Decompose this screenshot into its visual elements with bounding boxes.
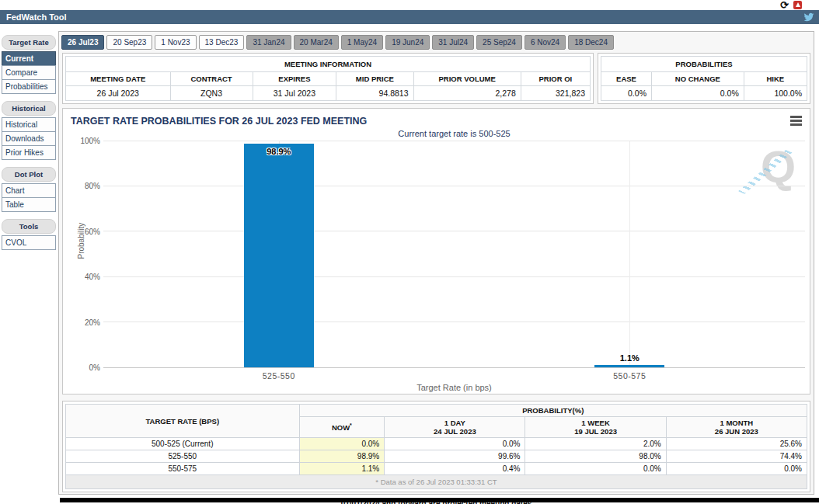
probabilities-value: 0.0% (601, 86, 652, 101)
x-category-label: 550-575 (455, 368, 806, 381)
tab-1-nov23[interactable]: 1 Nov23 (155, 35, 196, 50)
prob-rate-cell: 550-575 (66, 463, 300, 475)
vertical-gridline (629, 141, 630, 367)
category-band: 98.9% (103, 141, 455, 367)
tab-25-sep24[interactable]: 25 Sep24 (476, 35, 522, 50)
y-tick-label: 60% (85, 228, 100, 236)
meeting-information-table: MEETING INFORMATION MEETING DATECONTRACT… (65, 56, 591, 101)
meeting-info-col-meeting-date: MEETING DATE (66, 72, 171, 86)
prob-1week-cell: 2.0% (525, 438, 666, 450)
probabilities-table: PROBABILITIES EASENO CHANGEHIKE 0.0%0.0%… (601, 56, 807, 101)
probability-bar[interactable] (594, 365, 664, 367)
chart-menu-icon[interactable] (790, 116, 802, 127)
prob-1month-cell: 0.0% (666, 463, 807, 475)
tab-19-jun24[interactable]: 19 Jun24 (385, 35, 430, 50)
probabilities-col-ease: EASE (601, 72, 652, 86)
probability-row: 525-55098.9%99.6%98.0%74.4% (66, 450, 807, 463)
y-tick-label: 100% (80, 137, 100, 145)
sidebar-item-downloads[interactable]: Downloads (2, 131, 56, 146)
meeting-info-col-prior-oi: PRIOR OI (521, 72, 590, 86)
category-band: 1.1% (455, 141, 806, 367)
probabilities-value: 100.0% (744, 86, 807, 101)
tab-26-jul23[interactable]: 26 Jul23 (61, 35, 104, 50)
meeting-info-col-mid-price: MID PRICE (336, 72, 413, 86)
target-rate-bps-header: TARGET RATE (BPS) (66, 405, 300, 438)
prob-now-cell: 0.0% (299, 438, 385, 450)
tab-31-jan24[interactable]: 31 Jan24 (246, 35, 291, 50)
meeting-info-col-contract: CONTRACT (170, 72, 253, 86)
sidebar-section-dot-plot: Dot Plot (2, 167, 56, 182)
prob-1month-cell: 25.6% (666, 438, 807, 450)
meeting-info-value: 321,823 (521, 86, 590, 101)
browser-top-strip: ⟳ (0, 0, 819, 10)
probabilities-value: 0.0% (651, 86, 744, 101)
meeting-info-value: 2,278 (413, 86, 521, 101)
probabilities-col-hike: HIKE (744, 72, 807, 86)
sidebar-section-historical: Historical (2, 101, 56, 116)
x-axis-labels: 525-550550-575 (103, 368, 805, 381)
probabilities-value-row: 0.0%0.0%100.0% (601, 86, 807, 101)
sidebar-item-compare[interactable]: Compare (2, 65, 56, 80)
sidebar-item-prior-hikes[interactable]: Prior Hikes (2, 145, 56, 160)
tab-31-jul24[interactable]: 31 Jul24 (432, 35, 474, 50)
probability-bar[interactable] (244, 144, 314, 367)
prob-subheader-1-month: 1 MONTH26 JUN 2023 (666, 417, 807, 438)
prob-now-cell: 98.9% (299, 450, 385, 463)
chart-subtitle: Current target rate is 500-525 (99, 129, 810, 138)
sidebar-item-probabilities[interactable]: Probabilities (2, 79, 56, 94)
prob-1day-cell: 0.4% (385, 463, 525, 475)
prob-1week-cell: 98.0% (525, 450, 666, 463)
probability-row: 550-5751.1%0.4%0.0%0.0% (66, 463, 807, 475)
tab-1-may24[interactable]: 1 May24 (341, 35, 383, 50)
probability-history-panel: TARGET RATE (BPS) PROBABILITY(%) NOW*1 D… (62, 401, 810, 492)
y-tick-label: 0% (89, 363, 100, 372)
tab-18-dec24[interactable]: 18 Dec24 (568, 35, 614, 50)
meeting-information-title: MEETING INFORMATION (66, 57, 591, 72)
prob-subheader-1-week: 1 WEEK19 JUL 2023 (525, 417, 666, 438)
twitter-icon[interactable] (803, 12, 814, 23)
sidebar-item-cvol[interactable]: CVOL (2, 235, 56, 250)
prob-subheader-now: NOW* (299, 417, 385, 438)
y-axis: Probability 0%20%40%60%80%100% (68, 141, 103, 368)
meeting-information-panel: MEETING INFORMATION MEETING DATECONTRACT… (62, 53, 594, 104)
meeting-info-col-prior-volume: PRIOR VOLUME (413, 72, 521, 86)
y-tick-label: 20% (85, 318, 100, 327)
pdf-export-icon[interactable] (793, 1, 802, 9)
app-title: FedWatch Tool (6, 12, 67, 22)
chart-title: TARGET RATE PROBABILITIES FOR 26 JUL 202… (63, 109, 810, 127)
probabilities-title: PROBABILITIES (601, 57, 807, 72)
prob-1month-cell: 74.4% (666, 450, 807, 463)
bar-data-label: 1.1% (455, 353, 806, 363)
sidebar-section-tools: Tools (2, 219, 56, 234)
tab-20-mar24[interactable]: 20 Mar24 (294, 35, 339, 50)
tab-13-dec23[interactable]: 13 Dec23 (199, 35, 245, 50)
meeting-info-value: ZQN3 (170, 86, 253, 101)
probability-history-table: TARGET RATE (BPS) PROBABILITY(%) NOW*1 D… (65, 404, 807, 489)
meeting-info-header-row: MEETING DATECONTRACTEXPIRESMID PRICEPRIO… (66, 72, 591, 86)
prob-rate-cell: 525-550 (66, 450, 300, 463)
tab-6-nov24[interactable]: 6 Nov24 (525, 35, 566, 50)
meeting-info-value-row: 26 Jul 2023ZQN331 Jul 202394.88132,27832… (66, 86, 591, 101)
app-title-bar: FedWatch Tool (0, 10, 819, 24)
sidebar-section-target-rate: Target Rate (2, 35, 56, 50)
main-panel: 26 Jul2320 Sep231 Nov2313 Dec2331 Jan242… (58, 31, 814, 495)
sidebar-item-historical[interactable]: Historical (2, 117, 56, 132)
plot-area: Q 98.9%1.1% (103, 141, 805, 368)
probabilities-col-no-change: NO CHANGE (651, 72, 744, 86)
probability-pct-header: PROBABILITY(%) (299, 405, 807, 417)
bar-data-label: 98.9% (103, 147, 455, 156)
prob-rate-cell: 500-525 (Current) (66, 438, 300, 450)
sidebar-item-table[interactable]: Table (2, 197, 56, 212)
refresh-icon[interactable]: ⟳ (780, 1, 789, 9)
meeting-info-col-expires: EXPIRES (253, 72, 336, 86)
target-rate-chart-panel: TARGET RATE PROBABILITIES FOR 26 JUL 202… (62, 108, 810, 395)
tab-20-sep23[interactable]: 20 Sep23 (106, 35, 152, 50)
prob-subheader-1-day: 1 DAY24 JUL 2023 (385, 417, 525, 438)
meeting-info-value: 94.8813 (336, 86, 413, 101)
probabilities-header-row: EASENO CHANGEHIKE (601, 72, 807, 86)
sidebar-item-chart[interactable]: Chart (2, 183, 56, 198)
x-category-label: 525-550 (103, 368, 455, 381)
prob-1day-cell: 0.0% (385, 438, 525, 450)
prob-now-cell: 1.1% (299, 463, 385, 475)
sidebar-item-current[interactable]: Current (2, 51, 56, 66)
